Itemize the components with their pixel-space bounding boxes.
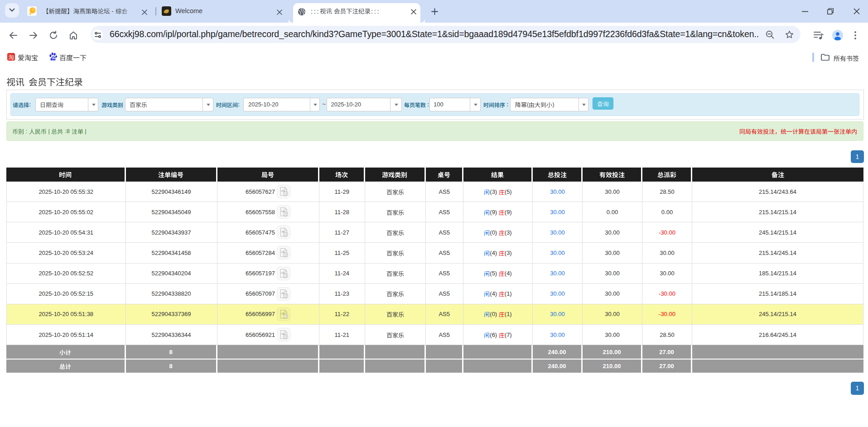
svg-text:du: du xyxy=(52,56,56,60)
